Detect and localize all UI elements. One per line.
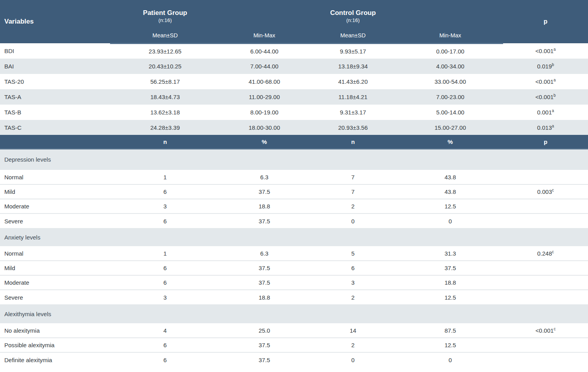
control-min-max-header: Min-Max <box>397 28 503 43</box>
section-header-row: Depression levels <box>0 149 588 170</box>
cell-value: 18.8 <box>220 199 309 214</box>
cell-value: 13.18±9.34 <box>309 59 397 74</box>
cell-value: 6 <box>110 184 220 199</box>
table-row: Mild 6 37.5 7 43.8 0.003c <box>0 184 588 199</box>
row-label: Severe <box>0 290 110 304</box>
cell-value: 37.5 <box>220 261 309 275</box>
table-row: TAS-20 56.25±8.17 41.00-68.00 41.43±6.20… <box>0 74 588 89</box>
row-label: No alexitymia <box>0 323 110 338</box>
cell-value: 31.3 <box>397 246 503 261</box>
row-label: Severe <box>0 214 110 228</box>
cell-value: 41.43±6.20 <box>309 74 397 89</box>
cell-value: 2 <box>309 199 397 214</box>
row-label: Definite alexitymia <box>0 352 110 367</box>
cell-value: 9.31±3.17 <box>309 105 397 120</box>
p-value: <0.001a <box>503 74 588 89</box>
cell-value: 0 <box>397 352 503 367</box>
p-value: 0.003c <box>503 184 588 199</box>
p-value <box>503 275 588 290</box>
table-row: Normal 1 6.3 7 43.8 <box>0 170 588 184</box>
cell-value: 2 <box>309 338 397 352</box>
row-label: TAS-20 <box>0 74 110 89</box>
cell-value: 33.00-54.00 <box>397 74 503 89</box>
pct-header-patient: % <box>220 135 309 149</box>
n-header-patient: n <box>110 135 220 149</box>
section-title: Alexithymia levels <box>0 304 588 323</box>
table-row: Definite alexitymia 6 37.5 0 0 <box>0 352 588 367</box>
control-group-title: Control Group <box>309 9 397 17</box>
table-row: TAS-C 24.28±3.39 18.00-30.00 20.93±3.56 … <box>0 120 588 135</box>
row-label: Normal <box>0 246 110 261</box>
cell-value: 11.18±4.21 <box>309 89 397 105</box>
cell-value: 11.00-29.00 <box>220 89 309 105</box>
control-group-n: (n:16) <box>309 17 397 24</box>
control-mean-sd-header: Mean±SD <box>309 28 397 43</box>
cell-value: 0.00-17.00 <box>397 43 503 59</box>
p-value <box>503 170 588 184</box>
row-label: TAS-C <box>0 120 110 135</box>
patient-group-title: Patient Group <box>110 9 220 17</box>
cell-value: 43.8 <box>397 184 503 199</box>
cell-value: 37.5 <box>220 214 309 228</box>
cell-value: 23.93±12.65 <box>110 43 220 59</box>
row-label: BDI <box>0 43 110 59</box>
patient-min-max-header: Min-Max <box>220 28 309 43</box>
cell-value: 7.00-23.00 <box>397 89 503 105</box>
p-value <box>503 214 588 228</box>
p-value: 0.248c <box>503 246 588 261</box>
p-value: 0.013a <box>503 120 588 135</box>
p-value: 0.001a <box>503 105 588 120</box>
section-header-row: Alexithymia levels <box>0 304 588 323</box>
cell-value: 7 <box>309 184 397 199</box>
cell-value: 87.5 <box>397 323 503 338</box>
cell-value: 25.0 <box>220 323 309 338</box>
cell-value: 4 <box>110 323 220 338</box>
cell-value: 0 <box>309 214 397 228</box>
cell-value: 6 <box>110 338 220 352</box>
p-value <box>503 352 588 367</box>
count-header-row: n % n % p <box>0 135 588 149</box>
cell-value: 7.00-44.00 <box>220 59 309 74</box>
cell-value: 6 <box>110 214 220 228</box>
row-label: Normal <box>0 170 110 184</box>
cell-value: 6.3 <box>220 170 309 184</box>
p-column-header: p <box>503 0 588 43</box>
cell-value: 18.8 <box>220 290 309 304</box>
p-value: <0.001b <box>503 89 588 105</box>
section-title: Anxiety levels <box>0 228 588 246</box>
cell-value: 13.62±3.18 <box>110 105 220 120</box>
table-row: TAS-A 18.43±4.73 11.00-29.00 11.18±4.21 … <box>0 89 588 105</box>
cell-value: 12.5 <box>397 338 503 352</box>
patient-group-header: Patient Group (n:16) <box>110 0 220 28</box>
cell-value: 37.5 <box>220 184 309 199</box>
cell-value: 37.5 <box>220 338 309 352</box>
cell-value: 12.5 <box>397 290 503 304</box>
cell-value: 12.5 <box>397 199 503 214</box>
row-label: Moderate <box>0 199 110 214</box>
row-label: Moderate <box>0 275 110 290</box>
cell-value: 43.8 <box>397 170 503 184</box>
row-label: Possible alexitymia <box>0 338 110 352</box>
cell-value: 9.93±5.17 <box>309 43 397 59</box>
p-value <box>503 338 588 352</box>
cell-value: 4.00-34.00 <box>397 59 503 74</box>
control-group-header: Control Group (n:16) <box>309 0 397 28</box>
p-value: <0.001a <box>503 43 588 59</box>
p-value <box>503 261 588 275</box>
cell-value: 37.5 <box>220 275 309 290</box>
p-count-header: p <box>503 135 588 149</box>
cell-value: 41.00-68.00 <box>220 74 309 89</box>
cell-value: 6 <box>309 261 397 275</box>
p-value <box>503 290 588 304</box>
table-row: No alexitymia 4 25.0 14 87.5 <0.001c <box>0 323 588 338</box>
table-row: Severe 3 18.8 2 12.5 <box>0 290 588 304</box>
cell-value: 3 <box>110 290 220 304</box>
row-label: TAS-A <box>0 89 110 105</box>
cell-value: 6.00-44.00 <box>220 43 309 59</box>
cell-value: 24.28±3.39 <box>110 120 220 135</box>
cell-value: 3 <box>110 199 220 214</box>
table-row: Moderate 3 18.8 2 12.5 <box>0 199 588 214</box>
patient-group-n: (n:16) <box>110 17 220 24</box>
table-row: Mild 6 37.5 6 37.5 <box>0 261 588 275</box>
table-row: Severe 6 37.5 0 0 <box>0 214 588 228</box>
